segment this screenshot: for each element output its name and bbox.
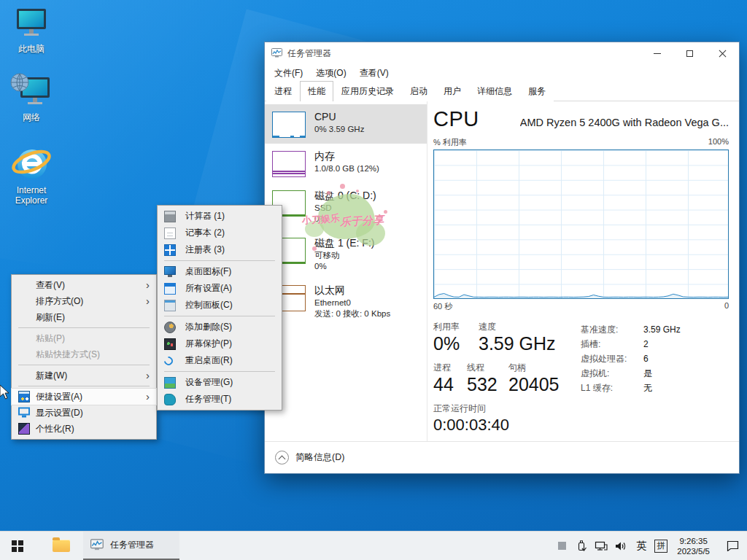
- tab-services[interactable]: 服务: [520, 81, 554, 101]
- desktop-icon-label: Internet Explorer: [0, 185, 63, 206]
- tab-app-history[interactable]: 应用历史记录: [333, 81, 402, 101]
- performance-sidebar: CPU 0% 3.59 GHz 内存 1.0/8.0 GB (12%) 磁盘 0…: [265, 101, 427, 441]
- submenu-item-task-manager[interactable]: 任务管理(T): [158, 391, 282, 408]
- title-bar[interactable]: 任务管理器: [265, 42, 739, 64]
- summary-view-toggle[interactable]: 简略信息(D): [295, 451, 344, 464]
- tab-details[interactable]: 详细信息: [469, 81, 520, 101]
- internet-explorer-icon: [11, 144, 52, 182]
- uptime-value: 0:00:03:40: [433, 414, 559, 436]
- context-menu-item-view[interactable]: 查看(V): [12, 277, 156, 293]
- quick-settings-icon: [18, 391, 30, 402]
- sidebar-item-ethernet[interactable]: 以太网 Ethernet0 发送: 0 接收: 0 Kbps: [265, 278, 427, 325]
- network-status-icon: [595, 540, 608, 551]
- submenu-item-notepad[interactable]: 记事本 (2): [158, 225, 282, 241]
- tab-strip: 进程 性能 应用历史记录 启动 用户 详细信息 服务: [265, 82, 739, 101]
- stat-utilization-label: 利用率: [433, 321, 468, 332]
- submenu-item-all-settings[interactable]: 所有设置(A): [158, 280, 282, 297]
- menu-item-label: 注册表 (3): [185, 244, 225, 256]
- desktop-icon-this-pc[interactable]: 此电脑: [0, 7, 63, 54]
- desktop-icon-internet-explorer[interactable]: Internet Explorer: [0, 144, 63, 206]
- desktop-icon-network[interactable]: 网络: [0, 73, 63, 122]
- sidebar-item-memory[interactable]: 内存 1.0/8.0 GB (12%): [265, 144, 427, 183]
- menu-options[interactable]: 选项(O): [309, 64, 352, 82]
- task-manager-window: 任务管理器 文件(F) 选项(O) 查看(V) 进程 性能 应用历史记录 启动 …: [264, 42, 740, 474]
- context-menu-item-personalize[interactable]: 个性化(R): [12, 421, 156, 437]
- sidebar-item-subtitle: 0%: [314, 261, 374, 272]
- window-title: 任务管理器: [287, 47, 331, 60]
- submenu-item-add-remove[interactable]: 添加删除(S): [158, 319, 282, 335]
- windows-logo-icon: [12, 540, 23, 552]
- context-menu-item-paste-shortcut[interactable]: 粘贴快捷方式(S): [12, 346, 156, 362]
- submenu-item-device-manager[interactable]: 设备管理(G): [158, 374, 282, 391]
- sidebar-item-subtitle: SSD: [314, 203, 376, 214]
- stat-threads-value: 532: [467, 373, 498, 395]
- menu-separator: [18, 327, 150, 328]
- tab-processes[interactable]: 进程: [266, 81, 300, 101]
- spec-virtual-processors-value: 6: [643, 351, 649, 366]
- tray-status-icon[interactable]: [554, 536, 569, 556]
- clock-date: 2023/5/5: [677, 547, 710, 556]
- taskbar-clock[interactable]: 9:26:35 2023/5/5: [673, 536, 714, 556]
- screen-saver-icon: [164, 338, 176, 350]
- submenu-item-registry[interactable]: 注册表 (3): [158, 241, 282, 258]
- menu-view[interactable]: 查看(V): [353, 64, 395, 82]
- menu-file[interactable]: 文件(F): [268, 64, 309, 82]
- tab-startup[interactable]: 启动: [402, 81, 436, 101]
- context-menu-item-new[interactable]: 新建(W): [12, 368, 156, 384]
- tray-network-icon[interactable]: [594, 536, 608, 556]
- menu-item-label: 显示设置(D): [36, 407, 83, 419]
- maximize-icon: [686, 50, 693, 57]
- chart-y-max-label: 100%: [708, 137, 729, 148]
- tab-users[interactable]: 用户: [436, 81, 469, 101]
- menu-item-label: 所有设置(A): [185, 282, 232, 295]
- spec-virtual-processors-label: 虚拟处理器:: [581, 351, 643, 366]
- context-menu-item-display-settings[interactable]: 显示设置(D): [12, 405, 156, 421]
- submenu-item-control-panel[interactable]: 控制面板(C): [158, 297, 282, 314]
- close-icon: [719, 50, 727, 58]
- spec-virtual-machine-label: 虚拟机:: [581, 366, 643, 381]
- close-button[interactable]: [706, 42, 739, 64]
- context-menu-item-quick-settings[interactable]: 便捷设置(A): [12, 389, 156, 405]
- collapse-chevron-icon[interactable]: [275, 451, 289, 464]
- uptime-label: 正常运行时间: [433, 402, 559, 414]
- desktop: 此电脑 网络 Internet Explorer: [0, 0, 747, 560]
- menu-item-label: 便捷设置(A): [36, 391, 82, 403]
- language-indicator[interactable]: 英: [633, 540, 649, 553]
- clock-time: 9:26:35: [679, 537, 707, 545]
- tab-performance[interactable]: 性能: [300, 81, 333, 101]
- menu-item-label: 计算器 (1): [185, 210, 225, 222]
- maximize-button[interactable]: [673, 42, 706, 64]
- ime-mode-indicator[interactable]: 拼: [654, 540, 667, 553]
- sidebar-item-disk1[interactable]: 磁盘 1 (E: F:) 可移动 0%: [265, 230, 427, 278]
- menu-bar: 文件(F) 选项(O) 查看(V): [265, 64, 739, 82]
- minimize-button[interactable]: [640, 42, 673, 64]
- stat-handles-value: 20405: [508, 373, 560, 395]
- tray-volume-icon[interactable]: [614, 536, 628, 556]
- sidebar-item-subtitle: Ethernet0: [314, 298, 390, 308]
- cpu-detail-pane: CPU AMD Ryzen 5 2400G with Radeon Vega G…: [427, 101, 739, 441]
- memory-thumbnail-icon: [272, 151, 306, 177]
- file-explorer-button[interactable]: [44, 532, 79, 560]
- chart-x-right-label: 0: [724, 301, 729, 312]
- tray-usb-icon[interactable]: [574, 536, 589, 556]
- submenu-item-screen-saver[interactable]: 屏幕保护(P): [158, 335, 282, 352]
- menu-item-label: 粘贴快捷方式(S): [36, 349, 100, 361]
- desktop-icon-label: 网络: [0, 112, 63, 122]
- cpu-spec-list: 基准速度:3.59 GHz 插槽:2 虚拟处理器:6 虚拟机:是 L1 缓存:无: [581, 321, 681, 436]
- action-center-button[interactable]: [725, 536, 740, 556]
- registry-icon: [164, 244, 176, 256]
- taskbar-app-task-manager[interactable]: 任务管理器: [83, 532, 179, 560]
- menu-separator: [164, 316, 275, 316]
- folder-icon: [53, 540, 70, 552]
- context-menu-item-sort-by[interactable]: 排序方式(O): [12, 293, 156, 309]
- sidebar-item-disk0[interactable]: 磁盘 0 (C: D:) SSD 0%: [265, 183, 427, 230]
- submenu-item-desktop-icons[interactable]: 桌面图标(F): [158, 263, 282, 280]
- start-button[interactable]: [0, 532, 35, 560]
- submenu-item-calculator[interactable]: 计算器 (1): [158, 208, 282, 225]
- context-menu-item-refresh[interactable]: 刷新(E): [12, 309, 156, 325]
- sidebar-item-cpu[interactable]: CPU 0% 3.59 GHz: [265, 104, 427, 144]
- cpu-usage-chart: [433, 149, 729, 299]
- submenu-item-restart-desktop[interactable]: 重启桌面(R): [158, 352, 282, 369]
- context-menu-item-paste[interactable]: 粘贴(P): [12, 330, 156, 346]
- menu-item-label: 查看(V): [36, 279, 65, 292]
